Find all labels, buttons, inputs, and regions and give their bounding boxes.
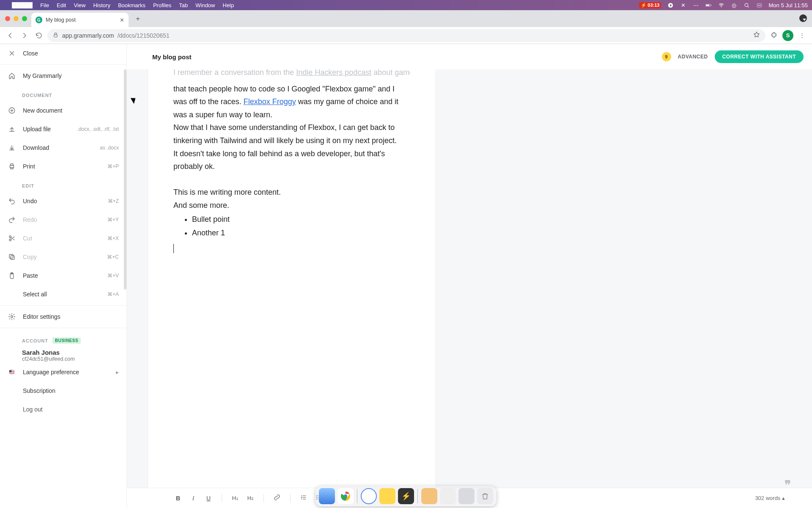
menu-window[interactable]: Window <box>195 2 215 8</box>
tab-overflow-icon[interactable] <box>799 14 807 22</box>
bookmark-star-icon[interactable] <box>753 31 760 40</box>
ordered-list-button[interactable] <box>299 494 308 502</box>
window-controls[interactable] <box>3 10 31 27</box>
heading2-button[interactable]: H2 <box>246 495 255 501</box>
word-count[interactable]: 302 words ▴ <box>755 495 785 501</box>
correct-with-assistant-button[interactable]: CORRECT WITH ASSISTANT <box>715 50 804 63</box>
download-button[interactable]: Download as .docx <box>0 138 126 157</box>
svg-rect-13 <box>11 256 14 260</box>
menu-edit[interactable]: Edit <box>57 2 66 8</box>
dock-app-icon[interactable]: ⚡ <box>398 488 414 504</box>
paragraph[interactable]: And some more. <box>173 199 410 212</box>
close-button[interactable]: Close <box>0 44 126 63</box>
menu-bookmarks[interactable]: Bookmarks <box>118 2 145 8</box>
italic-button[interactable]: I <box>189 495 198 502</box>
select-all-button[interactable]: Select all ⌘+A <box>0 285 126 304</box>
subscription-button[interactable]: Subscription <box>0 381 126 400</box>
forward-button[interactable] <box>19 30 30 41</box>
menubar-status-icon-4[interactable]: ◎ <box>730 2 737 8</box>
bullet-list[interactable]: Bullet point Another 1 <box>173 213 410 240</box>
menu-file[interactable]: File <box>40 2 49 8</box>
maximize-window-icon[interactable] <box>22 16 27 21</box>
paste-button[interactable]: Paste ⌘+V <box>0 266 126 285</box>
blockquote-icon[interactable]: ❞ <box>785 478 791 492</box>
menubar-status-icon-2[interactable]: ✕ <box>680 2 686 8</box>
redo-button[interactable]: Redo ⌘+Y <box>0 210 126 229</box>
paste-label: Paste <box>23 272 38 279</box>
mac-dock[interactable]: ⚡ <box>315 486 497 506</box>
upload-file-button[interactable]: Upload file .docx, .odt, .rtf, .txt <box>0 120 126 138</box>
dock-app-icon[interactable] <box>440 488 456 504</box>
dock-app-icon[interactable] <box>361 488 377 504</box>
copy-button[interactable]: Copy ⌘+C <box>0 248 126 266</box>
mac-menubar: Chrome File Edit View History Bookmarks … <box>0 0 812 10</box>
dock-app-icon[interactable] <box>379 488 395 504</box>
menu-tab[interactable]: Tab <box>179 2 188 8</box>
chrome-window: G My blog post ✕ ＋ app.grammarly.com/ddo… <box>0 10 812 508</box>
paragraph[interactable]: that teach people how to code so I Googl… <box>173 83 410 121</box>
undo-label: Undo <box>23 198 37 204</box>
spotlight-icon[interactable] <box>743 2 750 8</box>
score-badge[interactable]: 9 <box>662 52 671 61</box>
profile-avatar[interactable]: S <box>782 30 793 41</box>
menu-profiles[interactable]: Profiles <box>153 2 171 8</box>
menubar-status-icon-3[interactable]: ⋯ <box>692 2 699 8</box>
new-tab-button[interactable]: ＋ <box>132 13 144 25</box>
undo-button[interactable]: Undo ⌘+Z <box>0 192 126 210</box>
list-item[interactable]: Another 1 <box>192 226 410 240</box>
extensions-icon[interactable] <box>768 30 780 41</box>
back-button[interactable] <box>4 30 16 41</box>
menubar-app[interactable]: Chrome <box>12 2 33 8</box>
editor-main: My blog post 9 ADVANCED CORRECT WITH ASS… <box>127 44 812 508</box>
underline-button[interactable]: U <box>204 495 213 502</box>
link-button[interactable] <box>272 494 282 502</box>
dock-folder-icon[interactable] <box>421 488 437 504</box>
battery-icon[interactable] <box>705 2 712 8</box>
control-center-icon[interactable] <box>756 2 763 8</box>
my-grammarly-link[interactable]: My Grammarly <box>0 66 126 85</box>
list-item[interactable]: Bullet point <box>192 213 410 226</box>
upload-file-label: Upload file <box>23 126 51 133</box>
minimize-window-icon[interactable] <box>14 16 19 21</box>
tab-close-icon[interactable]: ✕ <box>120 17 124 23</box>
dock-chrome-icon[interactable] <box>337 488 354 504</box>
lock-icon[interactable] <box>52 32 59 39</box>
address-bar[interactable]: app.grammarly.com/ddocs/1215020651 <box>47 29 765 42</box>
close-window-icon[interactable] <box>5 16 10 21</box>
menubar-status-icon-1[interactable] <box>667 2 674 8</box>
language-preference-button[interactable]: Language preference ▸ <box>0 363 126 381</box>
paragraph[interactable] <box>173 173 410 186</box>
dock-app-icon[interactable] <box>458 488 475 504</box>
reload-button[interactable] <box>33 30 45 41</box>
battery-timer-icon[interactable]: ⚡03:13 <box>639 2 661 8</box>
advanced-label[interactable]: ADVANCED <box>678 54 708 60</box>
wifi-icon[interactable] <box>718 2 724 8</box>
document-paper[interactable]: I remember a conversation from the Indie… <box>148 69 436 488</box>
chrome-menu-icon[interactable]: ⋮ <box>796 30 808 41</box>
menubar-datetime[interactable]: Mon 5 Jul 11:55 <box>768 2 808 8</box>
heading1-button[interactable]: H1 <box>230 495 240 501</box>
dock-trash-icon[interactable] <box>477 488 493 504</box>
download-icon <box>8 144 16 152</box>
logout-label: Log out <box>23 406 43 413</box>
bold-button[interactable]: B <box>173 495 183 502</box>
paragraph[interactable]: Now that I have some understanding of Fl… <box>173 121 410 147</box>
browser-tab[interactable]: G My blog post ✕ <box>31 13 129 27</box>
editor-settings-button[interactable]: Editor settings <box>0 307 126 326</box>
paragraph[interactable]: It doesn't take long to fall behind as a… <box>173 147 410 173</box>
document-content[interactable]: I remember a conversation from the Indie… <box>173 69 410 257</box>
print-button[interactable]: Print ⌘+P <box>0 157 126 176</box>
menu-history[interactable]: History <box>93 2 110 8</box>
new-document-button[interactable]: New document <box>0 101 126 120</box>
cut-button[interactable]: Cut ⌘+X <box>0 229 126 248</box>
document-title[interactable]: My blog post <box>152 53 192 61</box>
logout-button[interactable]: Log out <box>0 400 126 419</box>
link-flexbox-froggy[interactable]: Flexbox Froggy <box>244 97 296 106</box>
paragraph[interactable]: This is me writing more content. <box>173 186 410 199</box>
menu-help[interactable]: Help <box>223 2 234 8</box>
sidebar-scrollbar[interactable] <box>124 69 126 290</box>
account-section: ACCOUNT BUSINESS <box>0 330 126 346</box>
dock-finder-icon[interactable] <box>319 488 335 504</box>
menu-view[interactable]: View <box>74 2 85 8</box>
account-plan-badge: BUSINESS <box>52 337 81 344</box>
